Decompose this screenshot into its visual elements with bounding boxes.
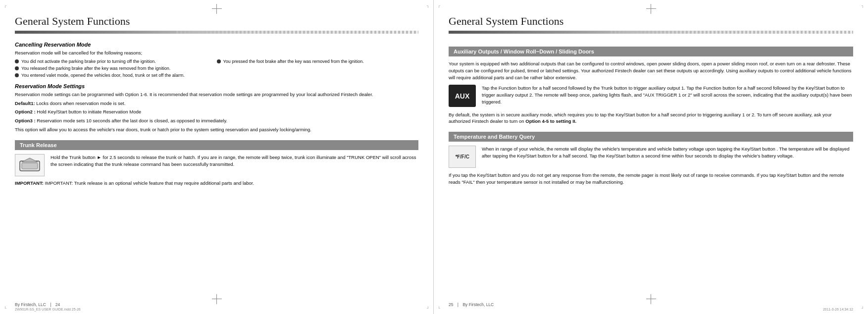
- option-3-label: Option3 :: [15, 118, 37, 123]
- left-footer-pagenum: 24: [55, 302, 60, 307]
- right-footer-pagenum: 25: [449, 302, 453, 307]
- option-2-label: Option2 :: [15, 109, 37, 114]
- bullet-2: You released the parking brake after the…: [15, 65, 217, 72]
- option-3: Option3 : Reservation mode sets 10 secon…: [15, 117, 418, 124]
- option-3-text: Reservation mode sets 10 seconds after t…: [37, 118, 227, 123]
- secure-option-label: Option 4-5 to setting II.: [525, 118, 576, 124]
- auxiliary-icon-row: AUX Tap the Function button for a half s…: [449, 85, 853, 107]
- cancellation-heading: Cancelling Reservation Mode: [15, 42, 418, 48]
- right-page-title: General System Functions: [449, 15, 853, 28]
- date-info: 2011-3-26 14:34:12: [823, 308, 853, 311]
- trunk-release-row: Hold the Trunk button ► for 2.5 seconds …: [15, 154, 418, 176]
- left-page: ┌ ┐ General System Functions Cancelling …: [0, 0, 434, 314]
- corner-mark-rtr: ┐: [862, 4, 864, 7]
- aux-icon: AUX: [449, 85, 476, 107]
- right-footer-sep: |: [458, 302, 459, 307]
- temperature-section-box: Temperature and Battery Query: [449, 132, 853, 142]
- temperature-fail-text: If you tap the Key/Start button and you …: [449, 172, 853, 186]
- temperature-icon-row: ℉/F/C When in range of your vehicle, the…: [449, 146, 853, 168]
- access-text: This option will allow you to access the…: [15, 126, 418, 133]
- auxiliary-intro: Your system is equipped with two additio…: [449, 60, 853, 81]
- secure-text-body: By default, the system is in secure auxi…: [449, 112, 832, 124]
- right-footer-brand: By Firstech, LLC: [462, 302, 494, 307]
- temp-icon: ℉/F/C: [449, 146, 476, 168]
- bullet-dot-4: [217, 59, 221, 63]
- svg-marker-2: [22, 158, 38, 162]
- corner-mark-rbr: ┘: [862, 307, 864, 310]
- trunk-release-box: Trunk Release: [15, 140, 418, 150]
- bullet-text-3: You entered valet mode, opened the vehic…: [21, 72, 185, 79]
- crosshair-bottom-left: [212, 294, 222, 304]
- corner-mark-br: ┘: [427, 307, 429, 310]
- bullets-left-col: You did not activate the parking brake p…: [15, 58, 217, 79]
- left-page-title: General System Functions: [15, 15, 418, 28]
- left-footer-brand-page: By Firstech, LLC | 24: [15, 302, 60, 307]
- cancellation-bullets: You did not activate the parking brake p…: [15, 58, 418, 79]
- temp-icon-label: ℉/F/C: [455, 154, 469, 159]
- corner-mark-rbl: └: [438, 307, 440, 310]
- right-page: ┌ ┐ General System Functions Auxiliary O…: [434, 0, 868, 314]
- option-2-text: Hold Key/Start button to initiate Reserv…: [37, 109, 141, 114]
- cancellation-intro: Reservation mode will be cancelled for t…: [15, 50, 418, 56]
- important-text-body: IMPORTANT: Trunk release is an optional …: [45, 180, 255, 186]
- corner-mark-tr: ┐: [427, 4, 429, 7]
- bullet-1: You did not activate the parking brake p…: [15, 58, 217, 65]
- auxiliary-secure-text: By default, the system is in secure auxi…: [449, 111, 853, 125]
- temperature-description: When in range of your vehicle, the remot…: [482, 146, 853, 159]
- reservation-settings-heading: Reservation Mode Settings: [15, 83, 418, 89]
- title-rule-right: [449, 31, 853, 34]
- crosshair-bottom-right: [646, 294, 656, 304]
- bullet-dot-3: [15, 73, 19, 77]
- file-info: 2W901R-SS_ES USER GUIDE.indd 25-26: [15, 308, 81, 311]
- right-footer-page: 25 | By Firstech, LLC: [449, 302, 494, 307]
- corner-mark-rtl: ┌: [438, 4, 440, 7]
- bullet-3: You entered valet mode, opened the vehic…: [15, 72, 217, 79]
- corner-mark-tl: ┌: [4, 4, 6, 7]
- auxiliary-section-box: Auxiliary Outputs / Window Roll−Down / S…: [449, 47, 853, 56]
- trunk-svg: [19, 157, 41, 173]
- bullet-dot-1: [15, 59, 19, 63]
- auxiliary-icon-description: Tap the Function button for a half secon…: [482, 85, 853, 105]
- svg-rect-1: [22, 163, 38, 169]
- option-default1-text: Locks doors when reservation mode is set…: [36, 101, 125, 106]
- bullet-text-2: You released the parking brake after the…: [21, 65, 170, 72]
- trunk-icon: [15, 154, 45, 176]
- title-rule-left: [15, 31, 418, 34]
- option-default1-label: Default1:: [15, 101, 36, 106]
- trunk-important: IMPORTANT: IMPORTANT: Trunk release is a…: [15, 180, 418, 186]
- bullet-dot-2: [15, 66, 19, 70]
- crosshair-top-left: [212, 4, 222, 14]
- bullet-text-4: You pressed the foot brake after the key…: [223, 58, 364, 65]
- left-footer-brand: By Firstech, LLC: [15, 302, 46, 307]
- option-default1: Default1: Locks doors when reservation m…: [15, 100, 418, 107]
- bullet-text-1: You did not activate the parking brake p…: [21, 58, 156, 65]
- trunk-description: Hold the Trunk button ► for 2.5 seconds …: [51, 154, 418, 168]
- reservation-settings-text: Reservation mode settings can be program…: [15, 91, 418, 98]
- option-2: Option2 : Hold Key/Start button to initi…: [15, 108, 418, 115]
- important-label: IMPORTANT:: [15, 180, 45, 186]
- bullets-right-col: You pressed the foot brake after the key…: [217, 58, 419, 79]
- left-footer-sep: |: [50, 302, 51, 307]
- corner-mark-bl: └: [4, 307, 6, 310]
- bullet-4: You pressed the foot brake after the key…: [217, 58, 419, 65]
- crosshair-top-right: [646, 4, 656, 14]
